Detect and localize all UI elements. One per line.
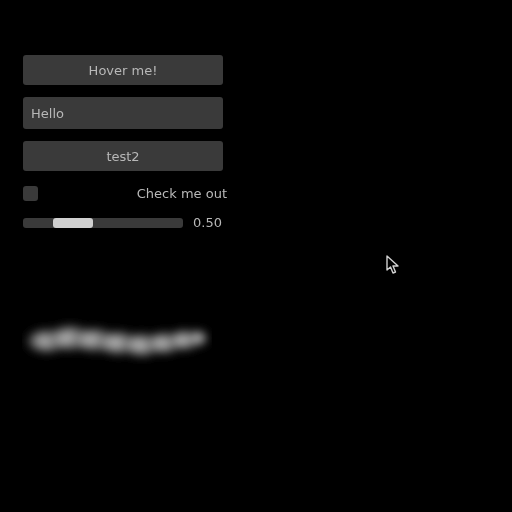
checkbox-row: Check me out (23, 183, 227, 203)
svg-point-3 (92, 328, 144, 358)
slider-value: 0.50 (193, 215, 222, 230)
slider-track[interactable] (23, 218, 183, 228)
hover-button[interactable]: Hover me! (23, 55, 223, 85)
test2-button-label: test2 (106, 149, 139, 164)
test2-button[interactable]: test2 (23, 141, 223, 171)
svg-point-2 (68, 325, 120, 355)
svg-point-0 (22, 326, 72, 356)
checkbox-label: Check me out (137, 186, 227, 201)
checkbox[interactable] (23, 186, 38, 201)
widget-panel: Hover me! Hello test2 Check me out 0.50 (23, 55, 228, 230)
svg-point-4 (118, 330, 166, 360)
cursor-icon (386, 255, 400, 275)
brush-stroke (22, 313, 212, 368)
slider-thumb[interactable] (53, 218, 93, 228)
text-input-value: Hello (31, 106, 64, 121)
svg-point-5 (142, 329, 186, 357)
svg-point-1 (44, 322, 96, 354)
hover-button-label: Hover me! (89, 63, 158, 78)
svg-point-6 (164, 327, 204, 353)
svg-point-7 (186, 328, 210, 348)
text-input[interactable]: Hello (23, 97, 223, 129)
slider-row: 0.50 (23, 215, 253, 230)
